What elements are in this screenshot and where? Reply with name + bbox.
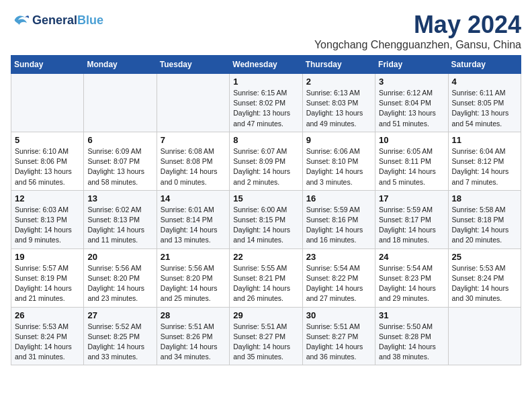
calendar-cell: 31Sunrise: 5:50 AMSunset: 8:28 PMDayligh…: [375, 307, 448, 365]
day-info: Sunrise: 5:53 AMSunset: 8:24 PMDaylight:…: [452, 263, 517, 304]
day-number: 9: [306, 135, 371, 145]
calendar-cell: 28Sunrise: 5:51 AMSunset: 8:26 PMDayligh…: [157, 307, 229, 365]
title-block: May 2024 Yongchang Chengguanzhen, Gansu,…: [314, 11, 521, 51]
day-number: 21: [161, 252, 226, 262]
calendar-cell: 4Sunrise: 6:11 AMSunset: 8:05 PMDaylight…: [448, 74, 521, 132]
day-info: Sunrise: 5:51 AMSunset: 8:27 PMDaylight:…: [233, 322, 298, 363]
day-info: Sunrise: 6:10 AMSunset: 8:06 PMDaylight:…: [15, 146, 80, 187]
calendar-weekday-thursday: Thursday: [302, 56, 375, 74]
calendar-cell: 5Sunrise: 6:10 AMSunset: 8:06 PMDaylight…: [11, 132, 84, 190]
calendar-cell: 6Sunrise: 6:09 AMSunset: 8:07 PMDaylight…: [84, 132, 157, 190]
day-info: Sunrise: 6:07 AMSunset: 8:09 PMDaylight:…: [233, 146, 298, 187]
calendar-weekday-saturday: Saturday: [448, 56, 521, 74]
day-number: 22: [233, 252, 298, 262]
calendar-week-row: 19Sunrise: 5:57 AMSunset: 8:19 PMDayligh…: [11, 248, 521, 307]
calendar-cell: 26Sunrise: 5:53 AMSunset: 8:24 PMDayligh…: [11, 307, 84, 365]
calendar-cell: 16Sunrise: 5:59 AMSunset: 8:16 PMDayligh…: [302, 190, 375, 248]
day-number: 27: [87, 310, 152, 320]
day-info: Sunrise: 5:51 AMSunset: 8:27 PMDaylight:…: [306, 322, 371, 363]
calendar-week-row: 5Sunrise: 6:10 AMSunset: 8:06 PMDaylight…: [11, 132, 521, 190]
day-number: 28: [161, 310, 226, 320]
day-info: Sunrise: 5:56 AMSunset: 8:20 PMDaylight:…: [87, 263, 152, 304]
calendar-cell: 20Sunrise: 5:56 AMSunset: 8:20 PMDayligh…: [84, 248, 157, 307]
day-number: 24: [379, 252, 444, 262]
calendar-cell: [84, 74, 157, 132]
logo-general: General: [32, 13, 77, 28]
day-number: 13: [87, 193, 152, 203]
bird-icon: [11, 11, 30, 30]
day-number: 30: [306, 310, 371, 320]
day-info: Sunrise: 6:13 AMSunset: 8:03 PMDaylight:…: [306, 88, 371, 129]
calendar-subtitle: Yongchang Chengguanzhen, Gansu, China: [314, 39, 521, 51]
day-number: 26: [15, 310, 80, 320]
day-number: 29: [233, 310, 298, 320]
day-info: Sunrise: 6:12 AMSunset: 8:04 PMDaylight:…: [379, 88, 444, 129]
day-info: Sunrise: 5:52 AMSunset: 8:25 PMDaylight:…: [87, 322, 152, 363]
calendar-title: May 2024: [314, 11, 521, 39]
day-info: Sunrise: 5:53 AMSunset: 8:24 PMDaylight:…: [15, 322, 80, 363]
calendar-cell: 1Sunrise: 6:15 AMSunset: 8:02 PMDaylight…: [230, 74, 302, 132]
day-info: Sunrise: 6:04 AMSunset: 8:12 PMDaylight:…: [452, 146, 517, 187]
logo: General Blue: [11, 11, 103, 30]
calendar-cell: 24Sunrise: 5:54 AMSunset: 8:23 PMDayligh…: [375, 248, 448, 307]
day-number: 8: [233, 135, 298, 145]
calendar-cell: [11, 74, 84, 132]
calendar-weekday-sunday: Sunday: [11, 56, 84, 74]
day-info: Sunrise: 6:11 AMSunset: 8:05 PMDaylight:…: [452, 88, 517, 129]
day-number: 2: [306, 77, 371, 87]
calendar-cell: [448, 307, 521, 365]
day-info: Sunrise: 5:54 AMSunset: 8:22 PMDaylight:…: [306, 263, 371, 304]
day-number: 16: [306, 193, 371, 203]
calendar-cell: 30Sunrise: 5:51 AMSunset: 8:27 PMDayligh…: [302, 307, 375, 365]
calendar-cell: 29Sunrise: 5:51 AMSunset: 8:27 PMDayligh…: [230, 307, 302, 365]
day-number: 7: [161, 135, 226, 145]
day-number: 23: [306, 252, 371, 262]
calendar-weekday-wednesday: Wednesday: [230, 56, 302, 74]
day-info: Sunrise: 5:59 AMSunset: 8:16 PMDaylight:…: [306, 205, 371, 246]
calendar-week-row: 26Sunrise: 5:53 AMSunset: 8:24 PMDayligh…: [11, 307, 521, 365]
calendar-weekday-friday: Friday: [375, 56, 448, 74]
calendar-cell: 25Sunrise: 5:53 AMSunset: 8:24 PMDayligh…: [448, 248, 521, 307]
day-number: 11: [452, 135, 517, 145]
day-info: Sunrise: 6:09 AMSunset: 8:07 PMDaylight:…: [87, 146, 152, 187]
calendar-cell: 10Sunrise: 6:05 AMSunset: 8:11 PMDayligh…: [375, 132, 448, 190]
calendar-cell: 2Sunrise: 6:13 AMSunset: 8:03 PMDaylight…: [302, 74, 375, 132]
day-info: Sunrise: 6:00 AMSunset: 8:15 PMDaylight:…: [233, 205, 298, 246]
day-info: Sunrise: 6:06 AMSunset: 8:10 PMDaylight:…: [306, 146, 371, 187]
calendar-header-row: SundayMondayTuesdayWednesdayThursdayFrid…: [11, 56, 521, 74]
calendar-cell: [157, 74, 229, 132]
calendar-cell: 12Sunrise: 6:03 AMSunset: 8:13 PMDayligh…: [11, 190, 84, 248]
day-number: 25: [452, 252, 517, 262]
calendar-weekday-monday: Monday: [84, 56, 157, 74]
calendar-cell: 14Sunrise: 6:01 AMSunset: 8:14 PMDayligh…: [157, 190, 229, 248]
day-info: Sunrise: 5:58 AMSunset: 8:18 PMDaylight:…: [452, 205, 517, 246]
day-number: 20: [87, 252, 152, 262]
day-info: Sunrise: 5:51 AMSunset: 8:26 PMDaylight:…: [161, 322, 226, 363]
day-number: 31: [379, 310, 444, 320]
day-info: Sunrise: 6:01 AMSunset: 8:14 PMDaylight:…: [161, 205, 226, 246]
day-number: 17: [379, 193, 444, 203]
calendar-cell: 3Sunrise: 6:12 AMSunset: 8:04 PMDaylight…: [375, 74, 448, 132]
day-info: Sunrise: 5:50 AMSunset: 8:28 PMDaylight:…: [379, 322, 444, 363]
day-number: 10: [379, 135, 444, 145]
day-info: Sunrise: 6:05 AMSunset: 8:11 PMDaylight:…: [379, 146, 444, 187]
calendar-cell: 13Sunrise: 6:02 AMSunset: 8:13 PMDayligh…: [84, 190, 157, 248]
day-number: 5: [15, 135, 80, 145]
calendar-week-row: 12Sunrise: 6:03 AMSunset: 8:13 PMDayligh…: [11, 190, 521, 248]
calendar-cell: 17Sunrise: 5:59 AMSunset: 8:17 PMDayligh…: [375, 190, 448, 248]
day-info: Sunrise: 6:15 AMSunset: 8:02 PMDaylight:…: [233, 88, 298, 129]
day-info: Sunrise: 5:57 AMSunset: 8:19 PMDaylight:…: [15, 263, 80, 304]
calendar-cell: 9Sunrise: 6:06 AMSunset: 8:10 PMDaylight…: [302, 132, 375, 190]
calendar-weekday-tuesday: Tuesday: [157, 56, 229, 74]
calendar-cell: 21Sunrise: 5:56 AMSunset: 8:20 PMDayligh…: [157, 248, 229, 307]
day-number: 14: [161, 193, 226, 203]
day-number: 19: [15, 252, 80, 262]
logo-blue: Blue: [77, 13, 103, 28]
day-number: 6: [87, 135, 152, 145]
day-number: 4: [452, 77, 517, 87]
day-info: Sunrise: 5:54 AMSunset: 8:23 PMDaylight:…: [379, 263, 444, 304]
day-info: Sunrise: 6:08 AMSunset: 8:08 PMDaylight:…: [161, 146, 226, 187]
calendar-cell: 7Sunrise: 6:08 AMSunset: 8:08 PMDaylight…: [157, 132, 229, 190]
day-info: Sunrise: 6:03 AMSunset: 8:13 PMDaylight:…: [15, 205, 80, 246]
day-number: 18: [452, 193, 517, 203]
